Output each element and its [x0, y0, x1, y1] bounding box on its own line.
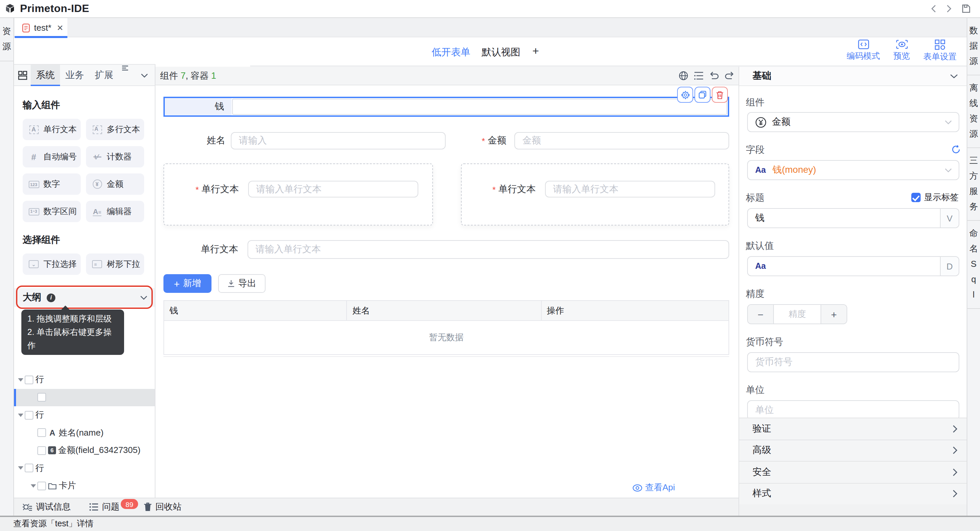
- tab-lowcode-form[interactable]: 低开表单: [432, 46, 470, 59]
- component-数字[interactable]: 123数字: [23, 173, 81, 195]
- unit-input[interactable]: 单位: [747, 400, 959, 420]
- resource-detail-text[interactable]: 查看资源「test」详情: [13, 518, 94, 529]
- code-mode-button[interactable]: 编码模式: [846, 39, 880, 63]
- tree-node-行[interactable]: 行: [14, 406, 155, 424]
- component-select[interactable]: 金额: [747, 112, 959, 132]
- show-label-toggle[interactable]: 显示标签: [911, 191, 959, 203]
- component-单行文本[interactable]: A单行文本: [23, 119, 81, 140]
- component-编辑器[interactable]: A≡编辑器: [86, 201, 144, 222]
- field-label: 字段: [746, 144, 765, 156]
- debug-info-button[interactable]: 调试信息: [22, 501, 71, 513]
- title-input[interactable]: 钱 V: [747, 208, 959, 228]
- undo-icon[interactable]: [709, 72, 719, 80]
- nav-back-icon[interactable]: [931, 5, 937, 13]
- input-name[interactable]: 请输入: [231, 132, 445, 149]
- add-view-button[interactable]: +: [532, 45, 539, 58]
- tab-test[interactable]: test* ✕: [15, 18, 67, 37]
- refresh-icon[interactable]: [951, 145, 961, 154]
- section-验证[interactable]: 验证: [739, 418, 967, 439]
- title-suffix[interactable]: V: [940, 209, 959, 227]
- minus-button[interactable]: −: [748, 305, 773, 324]
- input-card1-field[interactable]: 请输入单行文本: [248, 181, 418, 197]
- expander-icon[interactable]: [16, 411, 25, 420]
- tree-checkbox[interactable]: [25, 375, 33, 384]
- panel-tab-业务[interactable]: 业务: [60, 65, 89, 85]
- tree-checkbox[interactable]: [25, 464, 33, 473]
- outline-collapse-icon[interactable]: [140, 295, 148, 300]
- form-settings-button[interactable]: 表单设置: [923, 39, 957, 63]
- plus-button[interactable]: +: [821, 305, 846, 324]
- sidebar-item-resources[interactable]: 资源: [0, 18, 13, 61]
- right-strip-item[interactable]: 三方服务: [967, 148, 980, 221]
- problems-button[interactable]: 问题: [89, 501, 119, 513]
- outline-title: 大纲: [23, 291, 41, 304]
- card-container-2[interactable]: *单行文本 请输入单行文本: [461, 164, 729, 226]
- component-树形下拉[interactable]: ≡树形下拉: [86, 253, 144, 275]
- section-安全[interactable]: 安全: [739, 461, 967, 483]
- component-计数器[interactable]: +∕−计数器: [86, 146, 144, 167]
- field-copy-button[interactable]: [694, 87, 711, 103]
- tab-close-icon[interactable]: ✕: [57, 23, 64, 32]
- right-strip-item[interactable]: 数据源: [967, 18, 980, 75]
- form-doc-icon: [22, 23, 30, 32]
- component-下拉选择[interactable]: ⌄下拉选择: [23, 253, 81, 275]
- preview-button[interactable]: 预览: [893, 39, 910, 63]
- outline-list-icon[interactable]: [694, 72, 704, 80]
- money-input[interactable]: [232, 99, 727, 115]
- currency-input[interactable]: 货币符号: [747, 352, 959, 372]
- component-数字区间[interactable]: 1~3数字区间: [23, 201, 81, 222]
- panel-tab-系统[interactable]: 系统: [31, 65, 60, 85]
- precision-input[interactable]: 精度: [773, 305, 821, 324]
- add-row-button[interactable]: +新增: [164, 274, 212, 293]
- save-icon[interactable]: [961, 4, 970, 13]
- right-strip-item[interactable]: 命名Sql: [967, 221, 980, 309]
- tree-node-金额(field_63427305)[interactable]: 6金额(field_63427305): [14, 442, 155, 459]
- component-多行文本[interactable]: A多行文本: [86, 119, 144, 140]
- selected-field-money[interactable]: 钱: [164, 97, 729, 117]
- input-card2-field[interactable]: 请输入单行文本: [545, 181, 715, 197]
- recycle-bin-button[interactable]: 回收站: [143, 501, 181, 513]
- card-container-1[interactable]: *单行文本 请输入单行文本: [164, 164, 433, 226]
- input-amount[interactable]: 金额: [514, 132, 729, 149]
- export-button[interactable]: 导出: [218, 274, 266, 293]
- right-strip-item[interactable]: 离线资源: [967, 75, 980, 148]
- status-bar: 调试信息 问题 回收站 89: [14, 498, 738, 516]
- nav-forward-icon[interactable]: [946, 5, 952, 13]
- expander-icon[interactable]: [16, 464, 25, 473]
- component-自动编号[interactable]: #自动编号: [23, 146, 81, 167]
- tree-checkbox[interactable]: [25, 411, 33, 420]
- tree-node-行[interactable]: 行: [14, 459, 155, 477]
- inspector-header[interactable]: 基础: [739, 67, 967, 86]
- input-single-text[interactable]: 请输入单行文本: [248, 240, 729, 259]
- redo-icon[interactable]: [724, 72, 735, 80]
- tree-node-selected[interactable]: [14, 389, 155, 406]
- tree-node-行[interactable]: 行: [14, 371, 155, 389]
- tree-checkbox[interactable]: [37, 446, 46, 455]
- field-select[interactable]: Aa 钱(money): [747, 160, 959, 180]
- default-suffix[interactable]: D: [940, 257, 959, 275]
- expander-icon[interactable]: [29, 482, 37, 490]
- tree-node-卡片[interactable]: 卡片: [14, 477, 155, 494]
- text-multi-icon: A: [91, 124, 103, 135]
- tab-default-view[interactable]: 默认视图: [482, 46, 520, 59]
- checkbox-checked-icon[interactable]: [911, 193, 921, 202]
- tree-checkbox[interactable]: [37, 482, 46, 490]
- component-金额[interactable]: ¥金额: [86, 173, 144, 195]
- outline-header[interactable]: 大纲 i: [14, 288, 155, 307]
- field-settings-button[interactable]: [677, 87, 693, 103]
- expander-icon[interactable]: [16, 375, 25, 384]
- section-样式[interactable]: 样式: [739, 483, 967, 504]
- tree-node-姓名(name)[interactable]: A姓名(name): [14, 424, 155, 442]
- tab-more-icon[interactable]: [121, 65, 129, 85]
- panel-collapse-icon[interactable]: [141, 65, 148, 86]
- tree-checkbox[interactable]: [37, 393, 46, 402]
- panel-tab-扩展[interactable]: 扩展: [89, 65, 119, 85]
- default-input[interactable]: Aa D: [747, 256, 959, 276]
- section-高级[interactable]: 高级: [739, 439, 967, 461]
- field-delete-button[interactable]: [712, 87, 728, 103]
- view-api-link[interactable]: 查看Api: [632, 482, 675, 494]
- tree-checkbox[interactable]: [37, 429, 46, 437]
- component-grid-icon[interactable]: [14, 65, 31, 85]
- globe-icon[interactable]: [678, 71, 689, 81]
- editor-icon: A≡: [91, 206, 103, 217]
